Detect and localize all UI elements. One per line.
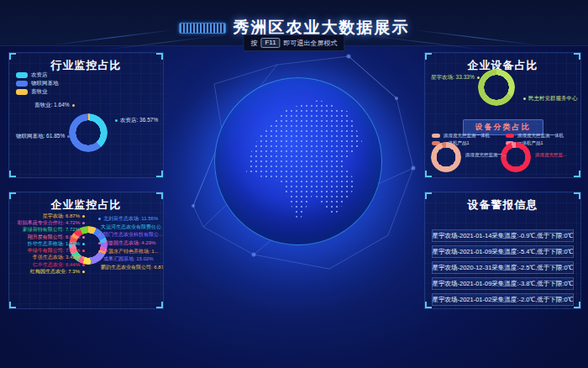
panel-title: 设备警报信息: [425, 197, 580, 213]
legend-item[interactable]: 农资店: [16, 71, 59, 79]
fullscreen-tip: 按 F11 即可退出全屏模式: [243, 34, 344, 51]
panel-corner: [425, 171, 432, 177]
pie-label: 大运河生态农业有限责任公...: [98, 223, 164, 232]
globe-continents: [228, 88, 375, 234]
pie-label: 鹏韵生态农业有限公司: 6.87%: [98, 264, 164, 272]
leader-dot: [477, 76, 480, 79]
pie-label: 物联网基地: 61.85%: [16, 133, 70, 140]
alert-text: 星宇农场-2020-12-31采集温度:-2.5℃,低于下限:0℃: [432, 264, 573, 272]
panel-corner: [574, 53, 580, 60]
panel-corner: [156, 302, 163, 308]
leader-dot: [82, 256, 85, 259]
alert-row: 星宇农场-2021-01-02采集温度:-2.0℃,低于下限:0℃: [432, 293, 574, 306]
pie-label-text: 物联网基地: 61.85%: [16, 133, 65, 140]
legend-label: 物联网基地: [31, 80, 59, 87]
alert-text: 星宇农场-2021-01-14采集温度:-0.9℃,低于下限:0℃: [432, 232, 573, 240]
pie-label-text: 红梅园生态农业: 7.3%: [30, 268, 80, 276]
leader-dot: [523, 97, 526, 100]
leader-dot: [98, 234, 101, 236]
pie-label-text: 农资店: 36.57%: [120, 117, 158, 124]
leader-dot: [82, 229, 85, 231]
pie-label: 陆门生态农业科技有限公...: [98, 231, 164, 239]
tip-suffix: 即可退出全屏模式: [284, 39, 338, 48]
tip-prefix: 按: [250, 39, 257, 48]
globe: [214, 77, 382, 245]
logo-badge: [179, 23, 226, 34]
legend-item[interactable]: 温湿度光照监测一体机: [432, 132, 490, 139]
legend-item[interactable]: 温湿度光照监测一体机: [506, 132, 564, 139]
panel-corner: [156, 171, 163, 177]
panel-corner: [156, 53, 163, 60]
pie-label: 民主村党群服务中心: [523, 95, 578, 103]
alert-list: 星宇农场-2021-01-14采集温度:-0.9℃,低于下限:0℃ 星宇农场-2…: [425, 213, 580, 309]
leader-dot: [82, 215, 85, 218]
legend-swatch: [16, 72, 28, 78]
leader-dot: [98, 258, 101, 260]
alert-row: 星宇农场-2021-01-09采集温度:-3.8℃,低于下限:0℃: [432, 277, 574, 290]
alert-row: 星宇农场-2021-01-14采集温度:-0.9℃,低于下限:0℃: [432, 229, 574, 242]
enterprise-right-labels: 北刘荷生态农场: 11.56% 大运河生态农业有限责任公... 陆门生态农业科技…: [98, 215, 164, 271]
pie-label-text: 成果汇园基地: 15.02%: [103, 255, 154, 263]
panel-corner: [574, 192, 580, 199]
legend-swatch: [16, 89, 28, 95]
panel-corner: [9, 192, 16, 199]
alert-row: 星宇农场-2020-12-31采集温度:-2.5℃,低于下限:0℃: [432, 261, 574, 274]
f11-keycap: F11: [260, 38, 280, 48]
leader-dot: [115, 119, 118, 122]
panel-corner: [574, 171, 580, 177]
pie-label: 星宇农场: 33.33%: [431, 74, 480, 81]
pie-label: 农资店: 36.57%: [115, 117, 158, 124]
left-category-donut-chart[interactable]: [431, 142, 461, 172]
legend-label: 畜牧业: [31, 88, 48, 96]
alert-text: 星宇农场-2021-01-02采集温度:-2.0℃,低于下限:0℃: [432, 296, 573, 304]
pie-label-text: 民主村党群服务中心: [528, 95, 578, 103]
pie-label-text: 陆门生态农业科技有限公...: [103, 231, 163, 239]
leader-dot: [98, 218, 101, 220]
pie-label-text: 丰源水产特色养殖场: 1...: [103, 248, 159, 255]
panel-corner: [425, 53, 432, 60]
leader-dot: [82, 250, 85, 252]
leader-dot: [82, 243, 85, 245]
enterprise-left-labels: 星宇农场: 6.87% 彩娟果蔬专业合作社: 4.72% 家绿荷特有限公司: 7…: [11, 213, 85, 276]
panel-corner: [9, 53, 16, 60]
panel-enterprise-monitor: 企业监控占比 星宇农场: 6.87% 彩娟果蔬专业合作社: 4.72% 家绿荷特…: [8, 192, 164, 309]
leader-dot: [82, 222, 85, 224]
legend-item[interactable]: 物联网基地: [16, 79, 59, 87]
legend-label: 温湿度光照监测一体机: [444, 133, 490, 139]
pie-label-text: 北刘荷生态农场: 11.56%: [103, 215, 158, 223]
legend-label: 温湿度光照监测一体机: [517, 133, 564, 139]
alert-row: 星宇农场-2021-01-09采集温度:-5.4℃,低于下限:0℃: [432, 245, 574, 258]
industry-legend: 农资店 物联网基地 畜牧业: [16, 71, 59, 96]
legend-swatch: [432, 134, 440, 138]
panel-title: 企业监控占比: [9, 197, 163, 213]
panel-device-alerts: 设备警报信息 星宇农场-2021-01-14采集温度:-0.9℃,低于下限:0℃…: [424, 192, 581, 309]
pie-label-text: 星宇农场: 33.33%: [431, 74, 475, 81]
pie-label: 成果汇园基地: 15.02%: [98, 255, 164, 264]
legend-item[interactable]: 畜牧业: [16, 87, 59, 96]
leader-dot: [72, 104, 75, 107]
panel-corner: [425, 302, 432, 308]
leader-dot: [82, 236, 85, 239]
pie-label: 周楚园生态农场: 4.29%: [98, 239, 164, 248]
pie-label-text: 畜牧业: 1.64%: [34, 102, 70, 109]
pie-label: 红梅园生态农业: 7.3%: [11, 268, 85, 275]
pie-label-text: 周楚园生态农场: 4.29%: [103, 239, 155, 247]
panel-industry-monitor: 行业监控占比 农资店 物联网基地 畜牧业 畜牧业: 1.64% 农资店: 36.…: [8, 52, 164, 178]
device-donut-chart[interactable]: [478, 69, 515, 106]
leader-dot: [82, 271, 85, 273]
leader-dot: [98, 242, 101, 244]
legend-swatch: [506, 134, 514, 138]
pie-label-text: 大运河生态农业有限责任公...: [101, 223, 164, 231]
panel-corner: [9, 302, 16, 308]
alert-text: 星宇农场-2021-01-09采集温度:-3.8℃,低于下限:0℃: [432, 280, 573, 288]
pie-label: 北刘荷生态农场: 11.56%: [98, 215, 164, 223]
leader-dot: [82, 264, 85, 266]
pie-label: 温湿度光照监...: [535, 152, 567, 158]
panel-corner: [574, 302, 580, 308]
pie-label: 畜牧业: 1.64%: [34, 102, 75, 109]
leader-dot: [67, 135, 70, 138]
legend-swatch: [16, 81, 28, 87]
industry-donut-chart[interactable]: [69, 113, 108, 152]
panel-corner: [156, 192, 163, 199]
pie-label-text: 鹏韵生态农业有限公司: 6.87%: [101, 264, 164, 271]
